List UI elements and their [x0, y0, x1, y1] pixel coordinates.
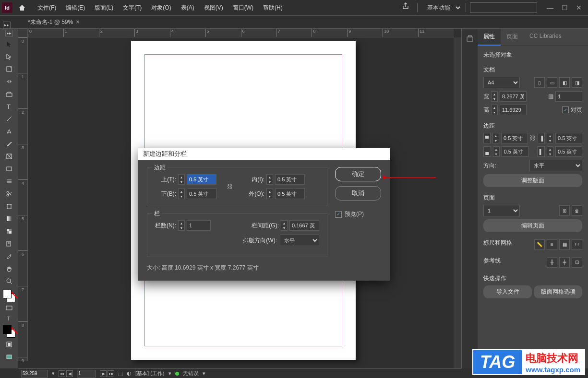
binding-right-icon[interactable]: ◨	[572, 77, 582, 88]
control-strip-expander-icon[interactable]: ▸▸	[3, 22, 11, 28]
menu-file[interactable]: 文件(F)	[33, 2, 61, 14]
tool-expander-icon[interactable]: ▸▸	[5, 30, 13, 36]
apply-color-swatch-icon[interactable]	[3, 325, 15, 338]
search-input[interactable]	[470, 2, 537, 13]
workspace-select[interactable]: 基本功能	[421, 2, 462, 13]
margin-outside-input[interactable]	[555, 146, 582, 157]
menu-window[interactable]: 窗口(W)	[228, 2, 258, 14]
gap-tool-icon[interactable]	[2, 76, 16, 87]
page-size-select[interactable]: A4	[483, 77, 520, 88]
open-nav-icon[interactable]: ⬚	[118, 370, 123, 377]
outside-stepper[interactable]: ▲▼	[266, 189, 273, 199]
preview-checkbox[interactable]: ✓	[335, 211, 342, 218]
inside-stepper[interactable]: ▲▼	[266, 174, 273, 185]
adjust-layout-button[interactable]: 调整版面	[483, 174, 582, 187]
hand-tool-icon[interactable]	[2, 263, 16, 274]
line-tool-icon[interactable]	[2, 113, 16, 125]
direct-selection-tool-icon[interactable]	[2, 51, 16, 62]
preset-dropdown-icon[interactable]: ▾	[168, 370, 171, 377]
facing-pages-checkbox[interactable]: ✓	[562, 106, 569, 113]
page-input[interactable]	[77, 370, 96, 378]
window-maximize-icon[interactable]: ☐	[557, 3, 572, 12]
column-count-stepper[interactable]: ▲▼	[178, 220, 185, 231]
orientation-portrait-icon[interactable]: ▯	[534, 77, 545, 88]
writing-direction-select[interactable]: 水平	[280, 235, 319, 246]
vertical-scrollbar[interactable]	[454, 37, 461, 368]
width-input[interactable]	[500, 91, 527, 102]
baseline-grid-icon[interactable]: ≡	[547, 239, 557, 250]
edit-page-button[interactable]: 编辑页面	[483, 219, 582, 232]
selection-tool-icon[interactable]	[2, 38, 16, 50]
cancel-button[interactable]: 取消	[335, 186, 381, 201]
margin-inside-stepper[interactable]: ▲▼	[547, 133, 553, 143]
container-formatting-icon[interactable]	[2, 303, 16, 313]
layout-grid-icon[interactable]: ⫶⫶	[572, 239, 582, 250]
outside-input[interactable]	[275, 189, 305, 199]
share-icon[interactable]	[402, 2, 413, 13]
cc-libraries-icon[interactable]	[464, 33, 476, 44]
margin-inside-input[interactable]	[555, 133, 582, 143]
delete-page-icon[interactable]: 🗑	[572, 205, 582, 216]
gutter-stepper[interactable]: ▲▼	[281, 220, 288, 231]
close-tab-icon[interactable]: ×	[76, 19, 79, 25]
menu-table[interactable]: 表(A)	[176, 2, 199, 14]
bottom-stepper[interactable]: ▲▼	[178, 189, 185, 199]
bottom-input[interactable]	[187, 189, 216, 199]
margin-bottom-input[interactable]	[502, 146, 528, 157]
type-tool-icon[interactable]: T	[2, 101, 16, 112]
link-margins-dialog-icon[interactable]: ⛓	[226, 182, 234, 191]
window-close-icon[interactable]: ✕	[572, 3, 586, 12]
preflight-dropdown-icon[interactable]: ▾	[203, 370, 205, 377]
pages-input[interactable]	[555, 91, 582, 102]
note-tool-icon[interactable]	[2, 238, 16, 249]
prev-page-icon[interactable]: ◀	[66, 370, 73, 377]
margin-top-input[interactable]	[501, 133, 528, 143]
status-preset[interactable]: [基本] (工作)	[135, 370, 165, 377]
height-input[interactable]	[500, 105, 527, 115]
binding-left-icon[interactable]: ◧	[559, 77, 570, 88]
margin-top-stepper[interactable]: ▲▼	[492, 133, 499, 143]
home-icon[interactable]	[16, 2, 28, 13]
view-mode-icon[interactable]	[2, 339, 16, 350]
pen-tool-icon[interactable]	[2, 126, 16, 137]
horizontal-ruler[interactable]: 0 1 2 3 4 5 6 7 8 9 10 11	[28, 29, 454, 37]
new-page-icon[interactable]: ⊞	[559, 205, 570, 216]
gradient-feather-tool-icon[interactable]	[2, 225, 16, 237]
document-tab[interactable]: *未命名-1 @ 59% ×	[24, 16, 83, 28]
zoom-dropdown-icon[interactable]: ▾	[52, 370, 55, 377]
pencil-tool-icon[interactable]	[2, 138, 16, 150]
ok-button[interactable]: 确定	[335, 167, 381, 181]
content-collector-tool-icon[interactable]	[2, 88, 16, 100]
column-count-input[interactable]	[187, 220, 211, 231]
doc-grid-icon[interactable]: ▦	[559, 239, 570, 250]
menu-view[interactable]: 视图(V)	[199, 2, 228, 14]
preflight-label[interactable]: 无错误	[183, 370, 199, 377]
free-transform-tool-icon[interactable]	[2, 201, 16, 212]
ruler-origin[interactable]	[18, 29, 28, 37]
vertical-ruler[interactable]: 0 1 2 3 4 5 6 7 8 9	[18, 37, 28, 361]
menu-layout[interactable]: 版面(L)	[90, 2, 118, 14]
width-stepper[interactable]: ▲▼	[491, 91, 498, 102]
ruler-toggle-icon[interactable]: 📏	[534, 239, 545, 250]
grid-options-button[interactable]: 版面网格选项	[534, 285, 582, 298]
window-minimize-icon[interactable]: —	[543, 3, 557, 12]
last-page-icon[interactable]: ⏭	[108, 370, 114, 377]
horizontal-grid-tool-icon[interactable]	[2, 176, 16, 187]
margin-outside-stepper[interactable]: ▲▼	[547, 146, 553, 157]
inside-input[interactable]	[275, 174, 305, 185]
gutter-input[interactable]	[289, 220, 319, 231]
page-tool-icon[interactable]	[2, 63, 16, 75]
link-margins-icon[interactable]: ⛓	[530, 133, 536, 143]
smart-guides-icon[interactable]: ╪	[559, 257, 570, 268]
margin-bottom-stepper[interactable]: ▲▼	[493, 146, 500, 157]
text-formatting-icon[interactable]: T	[2, 314, 16, 323]
menu-help[interactable]: 帮助(H)	[258, 2, 288, 14]
menu-type[interactable]: 文字(T)	[118, 2, 146, 14]
zoom-tool-icon[interactable]	[2, 275, 16, 287]
direction-select[interactable]: 水平	[529, 160, 582, 171]
guides-toggle-icon[interactable]: ╫	[547, 257, 557, 268]
first-page-icon[interactable]: ⏮	[59, 370, 65, 377]
tab-properties[interactable]: 属性	[478, 29, 501, 46]
rectangle-frame-tool-icon[interactable]	[2, 151, 16, 162]
tab-cc-libraries[interactable]: CC Libraries	[524, 29, 567, 46]
